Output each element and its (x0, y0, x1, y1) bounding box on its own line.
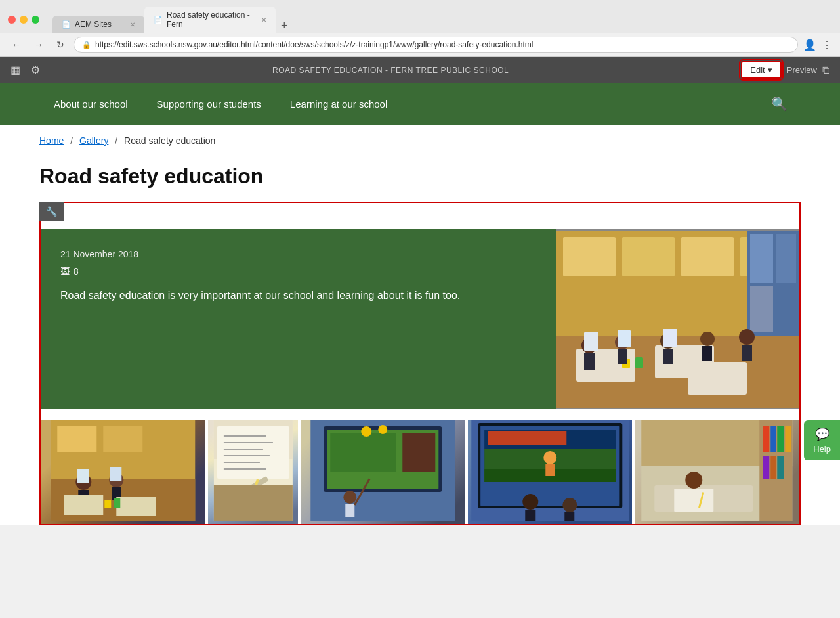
tab-close-button[interactable]: ✕ (130, 21, 135, 28)
thumbnail-3[interactable] (301, 420, 465, 524)
help-label: Help (813, 444, 831, 454)
thumbnail-2[interactable] (208, 420, 299, 524)
svg-point-79 (562, 498, 577, 512)
sidebar-toggle-icon[interactable]: ▦ (10, 64, 20, 76)
reload-button[interactable]: ↻ (52, 38, 68, 51)
tab-close-button[interactable]: ✕ (261, 16, 266, 24)
svg-rect-64 (346, 504, 355, 517)
svg-rect-42 (114, 498, 120, 508)
edit-label: Edit (750, 65, 765, 75)
svg-rect-28 (663, 329, 677, 347)
help-button[interactable]: 💬 Help (804, 420, 840, 460)
edit-component-wrapper: 🔧 21 November 2018 🖼 8 Road safety educa… (39, 202, 801, 525)
svg-rect-38 (110, 467, 121, 481)
browser-tab-road-safety[interactable]: 📄 Road safety education - Fern ✕ (144, 7, 276, 33)
page-title: Road safety education (39, 164, 801, 188)
thumbnail-1[interactable] (41, 420, 205, 524)
share-icon[interactable]: ⧉ (822, 64, 830, 76)
svg-rect-26 (584, 332, 598, 351)
preview-button[interactable]: Preview (787, 65, 817, 75)
gallery-date: 21 November 2018 (60, 249, 537, 259)
svg-point-92 (686, 472, 703, 489)
browser-toolbar: ← → ↻ 🔒 https://edit.sws.schools.nsw.gov… (0, 33, 840, 57)
svg-rect-41 (104, 500, 111, 508)
svg-rect-7 (750, 234, 773, 283)
hero-info-panel: 21 November 2018 🖼 8 Road safety educati… (41, 229, 556, 409)
svg-rect-86 (778, 426, 784, 452)
school-navigation: About our school Supporting our students… (0, 83, 840, 125)
gallery-description: Road safety education is very importannt… (60, 287, 537, 304)
svg-rect-19 (618, 349, 627, 364)
browser-tab-aem-sites[interactable]: 📄 AEM Sites ✕ (52, 16, 144, 33)
browser-titlebar: 📄 AEM Sites ✕ 📄 Road safety education - … (0, 0, 840, 33)
url-text: https://edit.sws.schools.nsw.gov.au/edit… (95, 40, 533, 49)
page-content: Home / Gallery / Road safety education R… (0, 125, 840, 525)
svg-rect-25 (742, 345, 752, 361)
breadcrumb-current: Road safety education (124, 135, 215, 146)
svg-rect-8 (776, 234, 796, 283)
svg-point-63 (344, 491, 357, 504)
svg-rect-84 (763, 426, 770, 452)
tab-label: AEM Sites (75, 20, 112, 29)
svg-rect-88 (763, 456, 770, 479)
image-count-number: 8 (74, 266, 79, 276)
help-icon: 💬 (815, 427, 830, 441)
nav-item-about[interactable]: About our school (39, 83, 142, 125)
breadcrumb: Home / Gallery / Road safety education (0, 125, 840, 156)
svg-point-77 (522, 494, 538, 510)
browser-window: 📄 AEM Sites ✕ 📄 Road safety education - … (0, 0, 840, 57)
page-title-section: Road safety education (0, 156, 840, 202)
svg-rect-54 (213, 485, 292, 521)
filter-icon[interactable]: ⚙ (31, 64, 40, 76)
breadcrumb-home-link[interactable]: Home (39, 135, 64, 146)
breadcrumb-separator-2: / (115, 135, 117, 146)
svg-rect-3 (622, 237, 675, 276)
minimize-window-button[interactable] (20, 16, 28, 24)
breadcrumb-gallery-link[interactable]: Gallery (79, 135, 108, 146)
forward-button[interactable]: → (30, 38, 47, 51)
image-count-icon: 🖼 (60, 266, 70, 276)
svg-point-62 (379, 425, 388, 434)
svg-point-22 (700, 332, 715, 346)
component-edit-toolbar[interactable]: 🔧 (39, 202, 64, 221)
breadcrumb-separator: / (70, 135, 73, 146)
thumbnail-gallery (41, 409, 799, 524)
tab-label: Road safety education - Fern (167, 11, 257, 29)
svg-rect-89 (771, 456, 776, 479)
svg-point-24 (739, 329, 755, 345)
svg-rect-13 (688, 362, 747, 395)
svg-rect-39 (64, 495, 103, 515)
hero-image (556, 229, 799, 409)
svg-rect-40 (116, 497, 156, 516)
svg-rect-94 (675, 489, 714, 512)
close-window-button[interactable] (8, 16, 16, 24)
thumbnail-5[interactable] (635, 420, 799, 524)
svg-rect-87 (786, 426, 791, 452)
svg-rect-21 (663, 349, 673, 364)
nav-item-supporting[interactable]: Supporting our students (142, 83, 276, 125)
traffic-lights (8, 16, 39, 24)
svg-rect-23 (702, 346, 712, 361)
svg-rect-45 (217, 426, 289, 479)
search-icon[interactable]: 🔍 (758, 83, 801, 125)
svg-rect-15 (635, 357, 643, 368)
edit-button[interactable]: Edit ▾ (741, 61, 781, 79)
edit-dropdown-icon: ▾ (768, 65, 772, 75)
svg-point-61 (362, 426, 372, 437)
wrench-icon: 🔧 (46, 206, 57, 217)
svg-rect-60 (403, 433, 436, 472)
address-bar[interactable]: 🔒 https://edit.sws.schools.nsw.gov.au/ed… (74, 37, 798, 53)
svg-rect-80 (564, 512, 574, 521)
menu-button[interactable]: ⋮ (822, 39, 832, 51)
back-button[interactable]: ← (8, 38, 25, 51)
new-tab-button[interactable]: + (276, 19, 293, 33)
svg-rect-85 (771, 426, 776, 452)
aem-toolbar: ▦ ⚙ ROAD SAFETY EDUCATION - FERN TREE PU… (0, 57, 840, 83)
thumbnail-4[interactable] (468, 420, 633, 524)
hero-gallery: 21 November 2018 🖼 8 Road safety educati… (41, 229, 799, 409)
svg-rect-90 (778, 456, 784, 479)
nav-item-learning[interactable]: Learning at our school (276, 83, 402, 125)
profile-button[interactable]: 👤 (803, 39, 816, 51)
svg-rect-4 (681, 237, 734, 276)
maximize-window-button[interactable] (32, 16, 39, 24)
